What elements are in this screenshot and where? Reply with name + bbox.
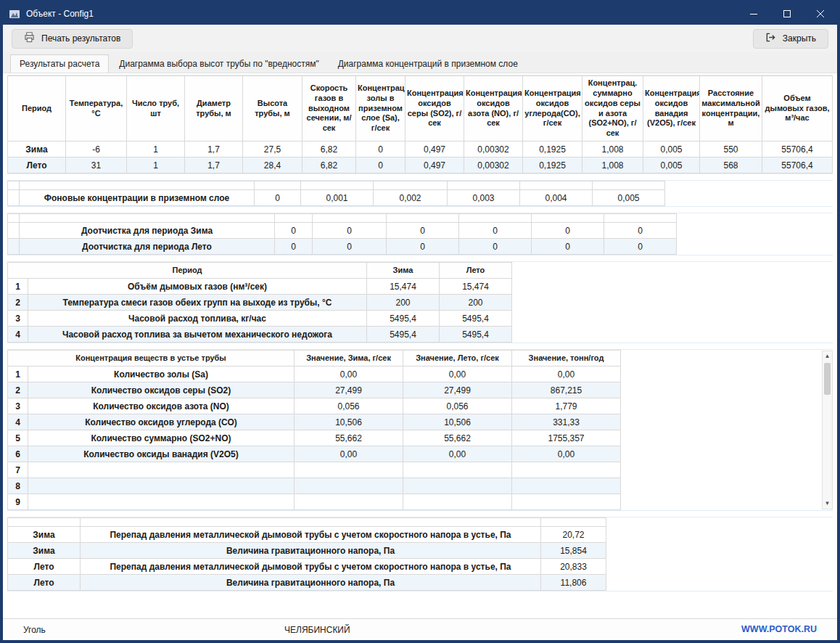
tab-heights-diagram[interactable]: Диаграмма выбора высот трубы по "вреднос…: [110, 54, 327, 73]
cell: 1,008: [582, 142, 643, 157]
table-row: Концентрация веществ в устье трубы Значе…: [8, 351, 833, 366]
row-period: Лето: [8, 575, 81, 591]
cell: 1,7: [185, 142, 243, 157]
table-row: [8, 518, 833, 527]
table-row: Период Зима Лето: [8, 263, 833, 279]
website-link[interactable]: WWW.POTOK.RU: [741, 624, 817, 634]
results-section: Период Температура, °С Число труб, шт Ди…: [7, 75, 833, 174]
row-number: 6: [8, 446, 28, 462]
table-row: Лето 31 1 1,7 28,4 6,82 0 0,497 0,00302 …: [8, 157, 833, 173]
background-section: Фоновые концентрации в приземном слое 0 …: [7, 180, 833, 207]
row-label: Количество оксидов серы (SO2): [28, 382, 295, 398]
col-header: Объем дымовых газов, м³/час: [762, 76, 833, 142]
row-number: 8: [8, 478, 28, 494]
col-header: Концентрация оксидов серы (SO2), г/сек: [405, 76, 464, 142]
row-period: Лето: [8, 559, 81, 575]
tabbar: Результаты расчета Диаграмма выбора высо…: [3, 52, 837, 73]
cell: [403, 478, 512, 494]
exit-icon: [765, 32, 776, 45]
cell: [512, 478, 621, 494]
cleanup-section: Доотчистка для периода Зима 0 0 0 0 0 0 …: [7, 213, 833, 255]
row-label: Доотчистка для периода Зима: [20, 223, 275, 239]
tab-results[interactable]: Результаты расчета: [10, 54, 109, 73]
col-header: Число труб, шт: [127, 76, 185, 142]
table-row: 4 Количество оксидов углерода (СО) 10,50…: [8, 414, 833, 430]
tab-surface-diagram[interactable]: Диаграмма концентраций в приземном слое: [329, 54, 527, 73]
print-results-button[interactable]: Печать результатов: [12, 29, 133, 49]
cell: 5495,4: [440, 327, 512, 343]
cell: [8, 239, 20, 255]
cell: [295, 494, 403, 510]
pressure-table: Зима Перепад давления металлической дымо…: [7, 517, 833, 591]
table-row: 4 Часовой расход топлива за вычетом меха…: [8, 327, 833, 343]
cell: 0: [532, 239, 604, 255]
table-row: 7: [8, 462, 833, 478]
cell: 0: [275, 239, 313, 255]
cell: [512, 494, 621, 510]
table-row: 9: [8, 494, 833, 510]
cell: [8, 223, 20, 239]
col-header: Температура, °С: [66, 76, 127, 142]
scroll-up-icon[interactable]: ▲: [823, 351, 832, 361]
window-controls: [737, 3, 837, 25]
printer-icon: [24, 32, 35, 45]
row-label: Фоновые концентрации в приземном слое: [20, 190, 255, 206]
cell: 10,506: [403, 414, 512, 430]
cell: 0,00: [295, 446, 403, 462]
minimize-button[interactable]: [737, 3, 770, 25]
row-label: Количество оксиды ванадия (V2O5): [28, 446, 295, 462]
titlebar: Объект - Config1: [3, 3, 837, 25]
table-row: 8: [8, 478, 833, 494]
table-row: 5 Количество суммарно (SO2+NO) 55,662 55…: [8, 430, 833, 446]
row-label: Перепад давления металлической дымовой т…: [81, 559, 541, 575]
summary-section: Период Зима Лето 1 Объём дымовых газов (…: [7, 261, 833, 343]
cell: 0: [604, 239, 677, 255]
row-label: Доотчистка для периода Лето: [20, 239, 275, 255]
cell: 0,001: [301, 190, 374, 206]
cell: 15,474: [367, 279, 440, 295]
cell: 1,008: [582, 157, 643, 173]
row-number: 3: [8, 398, 28, 414]
cell: 27,499: [295, 382, 403, 398]
results-table: Период Температура, °С Число труб, шт Ди…: [7, 75, 833, 173]
scroll-thumb[interactable]: [824, 363, 831, 395]
substances-table: Концентрация веществ в устье трубы Значе…: [7, 350, 833, 510]
cell: 867,215: [512, 382, 621, 398]
maximize-button[interactable]: [770, 3, 804, 25]
row-label: Количество золы (Sa): [28, 366, 295, 382]
cell: 15,854: [541, 543, 606, 559]
cell: 55,662: [295, 430, 403, 446]
cell: Зима: [8, 142, 66, 157]
cell: -6: [66, 142, 127, 157]
close-results-button[interactable]: Закрыть: [753, 29, 828, 49]
row-label: Перепад давления металлической дымовой т…: [81, 527, 541, 543]
cell: 0: [387, 239, 459, 255]
cell: 0,00: [512, 366, 621, 382]
row-label: Количество оксидов азота (NO): [28, 398, 295, 414]
cell: 0,497: [405, 157, 464, 173]
cell: 0: [356, 142, 405, 157]
row-period: Зима: [8, 543, 81, 559]
row-number: 2: [8, 382, 28, 398]
cell: 0: [275, 223, 313, 239]
cell: 20,72: [541, 527, 606, 543]
cell: 0,00: [295, 366, 403, 382]
close-window-button[interactable]: [804, 3, 837, 25]
cell: 6,82: [302, 142, 356, 157]
scroll-down-icon[interactable]: ▼: [823, 499, 832, 509]
substances-section: Концентрация веществ в устье трубы Значе…: [7, 349, 833, 511]
close-button-label: Закрыть: [783, 33, 816, 44]
cell: 0: [356, 157, 405, 173]
row-label: Количество суммарно (SO2+NO): [28, 430, 295, 446]
table-row: 2 Температура смеси газов обеих групп на…: [8, 295, 833, 311]
col-header: Высота трубы, м: [243, 76, 302, 142]
row-label: Объём дымовых газов (нм³/сек): [28, 279, 367, 295]
col-header: Скорость газов в выходном сечении, м/сек: [302, 76, 356, 142]
vertical-scrollbar[interactable]: ▲ ▼: [822, 351, 833, 509]
cell: 0,003: [448, 190, 520, 206]
fuel-label: Уголь: [23, 625, 46, 635]
cell: 55706,4: [762, 142, 833, 157]
cell: 0,056: [295, 398, 403, 414]
table-row: 2 Количество оксидов серы (SO2) 27,499 2…: [8, 382, 833, 398]
cell: 0,497: [405, 142, 464, 157]
